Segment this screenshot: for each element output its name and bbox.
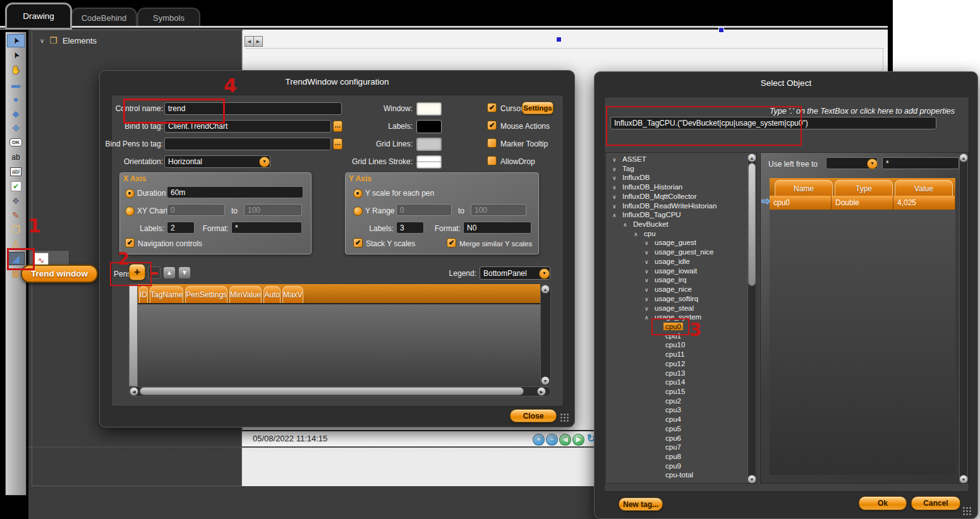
checkbox-tool-icon[interactable]: ✔ xyxy=(7,179,25,193)
y-from-input[interactable]: 0 xyxy=(396,204,452,216)
tree-item[interactable]: cpu2 xyxy=(606,397,747,406)
path-tool-icon[interactable]: ✥ xyxy=(7,121,25,134)
tree-chevron-icon[interactable]: ∨ xyxy=(644,276,653,285)
tree-chevron-icon[interactable]: ∧ xyxy=(634,230,642,239)
pens-table-body[interactable] xyxy=(138,303,540,386)
tree-chevron-icon[interactable]: ∨ xyxy=(612,193,620,202)
tree-chevron-icon[interactable]: ∨ xyxy=(644,304,653,314)
labels-color-swatch[interactable] xyxy=(416,120,442,133)
pointer-tool-icon[interactable]: ➤ xyxy=(7,34,25,47)
folder-tool-icon[interactable]: ❐ xyxy=(7,223,25,236)
canvas-scroll-left-icon[interactable]: ◀ xyxy=(245,36,254,47)
pens-column-header[interactable]: Auto xyxy=(263,286,281,303)
marker-tooltip-checkbox[interactable] xyxy=(487,138,497,148)
horizontal-scroll-thumb[interactable] xyxy=(140,387,524,395)
property-row-selected[interactable]: cpu0Double4,025 xyxy=(770,196,955,210)
new-tag-button[interactable]: New tag... xyxy=(619,498,663,511)
tree-item[interactable]: cpu10 xyxy=(606,340,747,350)
selection-handle[interactable] xyxy=(718,27,724,33)
tree-item[interactable]: cpu15 xyxy=(606,387,747,397)
tab-codebehind[interactable]: CodeBehind xyxy=(71,8,137,27)
tree-item[interactable]: cpu9 xyxy=(606,462,747,471)
elements-collapse-icon[interactable]: ∨ xyxy=(40,37,44,44)
tree-item[interactable]: ∧DevBucket xyxy=(606,220,747,229)
mouse-actions-checkbox[interactable]: ✔ xyxy=(487,121,497,130)
tab-symbols[interactable]: Symbols xyxy=(137,8,200,27)
navigation-controls-checkbox[interactable]: ✔ xyxy=(125,238,135,248)
tree-item[interactable]: cpu5 xyxy=(606,424,747,434)
x-labels-input[interactable]: 2 xyxy=(167,222,195,234)
grid-lines-color-swatch[interactable] xyxy=(416,138,442,151)
resize-grip[interactable] xyxy=(962,506,971,515)
tree-item[interactable]: cpu13 xyxy=(606,369,747,378)
tree-chevron-icon[interactable]: ∨ xyxy=(644,248,653,258)
tab-drawing[interactable]: Drawing xyxy=(5,3,72,30)
tree-item[interactable]: ∨InfluxDB_MqttCollector xyxy=(606,192,747,201)
y-format-input[interactable]: N0 xyxy=(463,222,531,234)
tree-item[interactable]: ∨usage_nice xyxy=(606,285,747,294)
cursor-settings-button[interactable]: Settings xyxy=(522,102,554,114)
textbox-tool-icon[interactable]: abl xyxy=(7,165,25,178)
tree-chevron-icon[interactable]: ∨ xyxy=(644,285,653,295)
property-cell[interactable]: Double xyxy=(832,196,893,210)
nav-forward-icon[interactable]: ▶ xyxy=(572,434,584,446)
polygon-tool-icon[interactable]: ◆ xyxy=(7,107,25,120)
canvas-scroll-right-icon[interactable]: ▶ xyxy=(253,36,263,47)
resize-grip[interactable] xyxy=(560,413,569,422)
zoom-out-icon[interactable]: − xyxy=(546,434,558,446)
tree-chevron-icon[interactable]: ∨ xyxy=(644,258,653,267)
tree-chevron-icon[interactable]: ∨ xyxy=(644,267,653,277)
tree-chevron-icon[interactable]: ∨ xyxy=(644,295,653,304)
tree-item[interactable]: ∨InfluxDB_Historian xyxy=(606,182,747,192)
legend-dropdown-icon[interactable]: ▼ xyxy=(539,268,550,279)
bind-pens-input[interactable] xyxy=(164,138,331,150)
property-table-body[interactable] xyxy=(770,210,955,475)
tree-item[interactable]: cpu11 xyxy=(606,350,747,359)
scroll-up-icon[interactable]: ▲ xyxy=(959,153,968,162)
rectangle-tool-icon[interactable]: ▬ xyxy=(7,78,25,91)
y-scale-each-pen-radio[interactable] xyxy=(353,189,363,198)
y-range-radio[interactable] xyxy=(353,206,363,216)
scroll-up-icon[interactable]: ▲ xyxy=(541,285,550,294)
tree-item[interactable]: cpu4 xyxy=(606,415,747,424)
tree-scroll-thumb[interactable] xyxy=(748,163,756,286)
tree-item[interactable]: ∧InfluxDB_TagCPU xyxy=(606,210,747,220)
tree-item[interactable]: cpu6 xyxy=(606,434,747,443)
tree-item[interactable]: ∨usage_idle xyxy=(606,257,747,266)
tree-item[interactable]: ∨usage_guest_nice xyxy=(606,248,747,257)
property-cell[interactable]: cpu0 xyxy=(770,196,832,210)
property-cell[interactable]: 4,025 xyxy=(893,196,955,210)
pens-column-header[interactable]: MaxV xyxy=(282,286,303,303)
tree-item[interactable]: ∨usage_iowait xyxy=(606,266,747,276)
xy-chart-radio[interactable] xyxy=(125,206,135,216)
xy-to-input[interactable]: 100 xyxy=(244,204,302,216)
tree-chevron-icon[interactable]: ∨ xyxy=(612,174,620,183)
property-column-header[interactable]: Type xyxy=(835,180,893,196)
tree-chevron-icon[interactable]: ∨ xyxy=(612,202,620,212)
filter-dropdown-icon[interactable]: ▼ xyxy=(867,158,878,169)
pan-tool-icon[interactable]: ✋ xyxy=(7,63,25,76)
cursor-checkbox[interactable]: ✔ xyxy=(487,103,497,112)
y-to-input[interactable]: 100 xyxy=(471,204,526,216)
window-color-swatch[interactable] xyxy=(416,102,442,116)
ok-button[interactable]: Ok xyxy=(859,496,907,510)
orientation-select[interactable]: Horizontal xyxy=(164,155,270,168)
button-tool-icon[interactable]: OK xyxy=(7,136,25,149)
xy-from-input[interactable]: 0 xyxy=(167,204,225,216)
tree-item[interactable]: cpu12 xyxy=(606,359,747,369)
image-tool-icon[interactable]: ✎ xyxy=(7,208,25,222)
tree-item[interactable]: ∨usage_guest xyxy=(606,238,747,248)
pens-column-header[interactable]: TagName xyxy=(150,286,183,303)
x-format-input[interactable]: * xyxy=(231,222,302,234)
duration-radio[interactable] xyxy=(125,189,135,198)
grid-stroke-swatch[interactable] xyxy=(416,155,442,169)
ellipse-tool-icon[interactable]: ● xyxy=(7,92,25,105)
tree-item[interactable]: ∨usage_irq xyxy=(606,275,747,285)
scroll-down-icon[interactable]: ▼ xyxy=(959,475,968,484)
mesh-tool-icon[interactable]: ❖ xyxy=(7,194,25,207)
close-button[interactable]: Close xyxy=(510,409,557,422)
orientation-dropdown-icon[interactable]: ▼ xyxy=(259,157,270,167)
nav-back-icon[interactable]: ◀ xyxy=(559,434,571,446)
tree-item[interactable]: ∨InfluxDB xyxy=(606,173,747,182)
move-pen-up-button[interactable]: ▲ xyxy=(163,266,176,279)
